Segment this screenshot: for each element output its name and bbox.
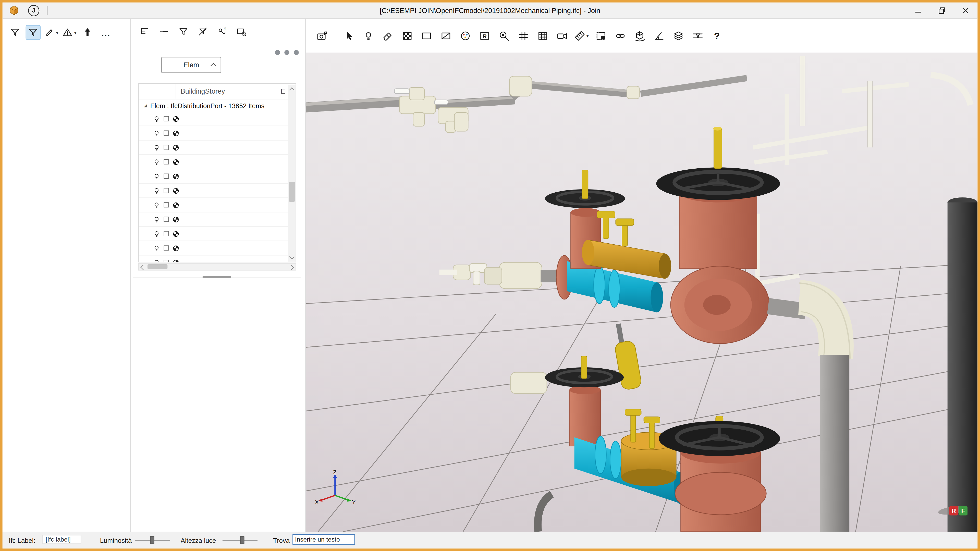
table-row[interactable]: Ifc	[139, 241, 296, 256]
more-button[interactable]: …	[98, 25, 113, 40]
color-wheel-icon	[172, 259, 180, 262]
table-row[interactable]: Ifc	[139, 213, 296, 227]
handwheel-large-lower[interactable]	[659, 421, 780, 456]
tree-group-row[interactable]: ◢ Elem : IfcDistributionPort - 13852 Ite…	[139, 99, 296, 112]
light-height-slider[interactable]	[223, 540, 258, 541]
help-button[interactable]: ?	[710, 28, 724, 43]
join-circle-icon: J	[28, 5, 39, 16]
link-button[interactable]	[612, 28, 628, 43]
tree-button[interactable]	[137, 24, 152, 39]
close-button[interactable]	[954, 3, 977, 18]
table-row[interactable]: Ifc	[139, 141, 296, 155]
app-cube-icon	[9, 5, 19, 16]
scroll-right-icon[interactable]	[289, 265, 294, 270]
expand-triangle-icon[interactable]: ◢	[144, 103, 147, 108]
color-wheel-icon	[172, 172, 180, 180]
column-header-blank[interactable]	[139, 84, 177, 99]
titlebar[interactable]: J [C:\ESEMPI JOIN\OpenIFCmodel\20191002M…	[3, 3, 977, 19]
orbit-icon	[633, 30, 646, 41]
column-header-buildingstorey[interactable]: BuildingStorey	[177, 84, 277, 99]
window-title: [C:\ESEMPI JOIN\OpenIFCmodel\20191002Mec…	[3, 6, 977, 14]
brightness-slider[interactable]	[135, 540, 170, 541]
select-checkbox-icon	[162, 201, 170, 209]
orbit-button[interactable]	[632, 28, 647, 43]
warnings-button[interactable]: ▾	[62, 25, 77, 40]
hscroll-thumb[interactable]	[148, 264, 167, 269]
table-row[interactable]: Ifc	[139, 227, 296, 241]
grid-table-button[interactable]	[535, 28, 550, 43]
color-wheel-icon	[172, 129, 180, 137]
axis-z-label: Z	[333, 469, 336, 475]
axis-x-label: X	[315, 499, 319, 505]
panel-dots[interactable]	[275, 50, 299, 55]
table-row[interactable]: Ifc	[139, 169, 296, 184]
vscroll-thumb[interactable]	[289, 182, 295, 202]
ifc-label-caption: Ifc Label:	[9, 537, 35, 544]
viewport-toolbar: R▾?	[306, 19, 978, 43]
axis-y-label: Y	[352, 499, 356, 505]
filter-panel-toolbar: ▾▾…	[3, 19, 130, 40]
table-row[interactable]: Ifc	[139, 198, 296, 212]
key-question-button[interactable]: ?	[215, 24, 229, 39]
rectangle-icon	[420, 30, 432, 41]
filter-button[interactable]	[7, 25, 22, 40]
arrow-up-button[interactable]	[80, 25, 95, 40]
rectangle-button[interactable]	[419, 28, 434, 43]
light-button[interactable]	[361, 28, 375, 43]
select-checkbox-icon	[162, 129, 170, 137]
rectangle-off-button[interactable]	[438, 28, 453, 43]
texture-button[interactable]	[399, 28, 414, 43]
svg-text:R: R	[482, 33, 486, 39]
visibility-bulb-icon	[153, 158, 161, 166]
link-icon	[614, 30, 626, 41]
angle-button[interactable]	[651, 28, 667, 43]
horizontal-scrollbar[interactable]	[138, 263, 296, 270]
find-input[interactable]	[293, 534, 355, 545]
filter-off-button[interactable]	[195, 24, 210, 39]
render-region-button[interactable]: R	[477, 28, 492, 43]
snapshot-button[interactable]	[314, 28, 329, 43]
maximize-button[interactable]	[930, 3, 954, 18]
zoom-select-button[interactable]	[234, 24, 249, 39]
logo-f: F	[959, 506, 967, 516]
measure-button[interactable]: ▾	[574, 28, 589, 43]
annotate-button[interactable]: ▾	[44, 25, 59, 40]
visibility-bulb-icon	[153, 230, 161, 238]
table-row[interactable]: Ifc	[139, 256, 296, 262]
visibility-bulb-icon	[153, 244, 161, 252]
filter-button[interactable]	[176, 24, 191, 39]
table-row[interactable]: Ifc	[139, 184, 296, 198]
table-row[interactable]: Ifc	[139, 112, 296, 126]
scroll-up-icon[interactable]	[289, 87, 294, 93]
scroll-left-icon[interactable]	[140, 265, 146, 270]
brightness-slider-thumb[interactable]	[150, 536, 154, 544]
zoom-window-button[interactable]	[496, 28, 511, 43]
invert-selection-button[interactable]	[593, 28, 608, 43]
vertical-scrollbar[interactable]	[288, 85, 296, 262]
grid-hash-icon	[517, 30, 529, 41]
minimize-button[interactable]	[906, 3, 930, 18]
light-height-slider-thumb[interactable]	[240, 536, 244, 544]
dropdown-caret-icon[interactable]: ▾	[586, 33, 589, 38]
palette-button[interactable]	[458, 28, 473, 43]
eraser-button[interactable]	[380, 28, 395, 43]
tree-rows: IfcIfcIfcIfcIfcIfcIfcIfcIfcIfcIfc	[139, 112, 296, 262]
panel-splitter[interactable]	[133, 277, 301, 280]
filter-active-button[interactable]	[25, 25, 41, 40]
grid-hash-button[interactable]	[515, 28, 531, 43]
layers-button[interactable]	[671, 28, 686, 43]
element-type-combobox[interactable]: Elem	[161, 57, 221, 73]
select-cursor-button[interactable]	[341, 28, 356, 43]
dropdown-caret-icon[interactable]: ▾	[56, 30, 59, 35]
handwheel-large-upper[interactable]	[656, 167, 780, 200]
table-row[interactable]: Ifc	[139, 155, 296, 169]
pipe-filter-button[interactable]	[690, 28, 705, 43]
scroll-down-icon[interactable]	[289, 254, 294, 259]
dropdown-caret-icon[interactable]: ▾	[74, 30, 76, 35]
table-row[interactable]: Ifc	[139, 126, 296, 141]
dash-dot-button[interactable]	[156, 24, 171, 39]
dark-pipe[interactable]	[948, 197, 978, 532]
3d-scene[interactable]	[306, 52, 978, 532]
grid-header[interactable]: BuildingStorey E	[139, 84, 296, 99]
camera-view-button[interactable]	[554, 28, 570, 43]
